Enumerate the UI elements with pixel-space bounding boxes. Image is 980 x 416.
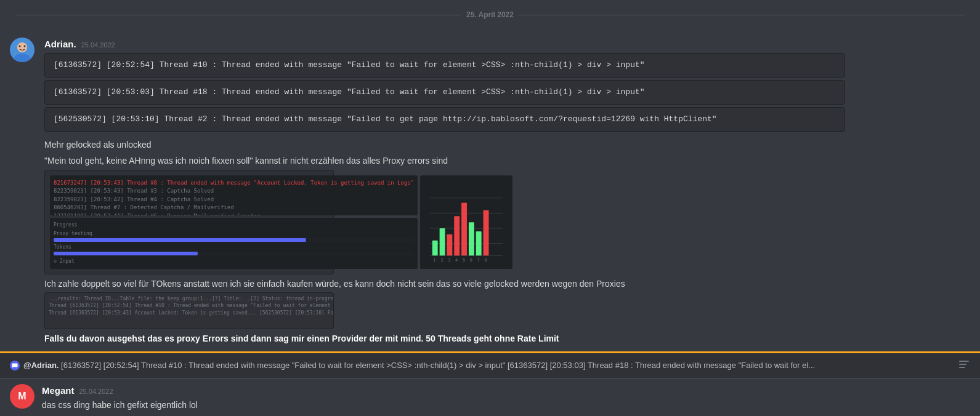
svg-rect-13	[447, 234, 453, 255]
svg-text:7: 7	[477, 258, 480, 262]
svg-text:3: 3	[448, 258, 451, 262]
svg-rect-14	[454, 216, 460, 255]
view-jump-icon[interactable]	[958, 358, 970, 374]
message-content-adrian: Adrian. 25.04.2022 [61363572] [20:52:54]…	[44, 38, 970, 348]
date-divider: 25. April 2022	[0, 5, 980, 25]
discord-icon	[10, 361, 20, 370]
tiny-log-1: Thread [61363572] [20:52:54] Thread #10 …	[49, 302, 330, 309]
progress-fill-1	[54, 252, 198, 255]
progress-input-label: ⊙ Input	[54, 258, 414, 265]
chart-area: 1 2 3 4 5 6 7 8	[420, 175, 512, 269]
log-line-4: 123181190] [20:53:41] Thread #6 : Runnin…	[54, 212, 414, 215]
timestamp-megant: 25.04.2022	[79, 387, 113, 396]
svg-text:5: 5	[463, 258, 465, 262]
svg-rect-27	[959, 361, 969, 362]
svg-rect-17	[476, 231, 482, 255]
username-megant: Megant	[42, 384, 75, 397]
log-line-2: 822359023] [20:53:42] Thread #4 : Captch…	[54, 196, 414, 204]
svg-point-3	[17, 42, 27, 52]
text-mein-tool: "Mein tool geht, keine AHnng was ich noi…	[44, 155, 970, 167]
log-lines-area: 821673247] [20:53:43] Thread #8 : Thread…	[50, 175, 418, 215]
progress-bar-1	[54, 252, 414, 255]
code-block-3: [562530572] [20:53:10] Thread #2 : Threa…	[44, 107, 845, 132]
message-group-adrian: Adrian. 25.04.2022 [61363572] [20:52:54]…	[0, 30, 980, 350]
svg-rect-18	[484, 210, 489, 255]
image-logs-chart: 821673247] [20:53:43] Thread #8 : Thread…	[44, 170, 334, 274]
text-megant-message: das css ding habe ich gefixt eigentlich …	[42, 399, 970, 412]
log-line-3: 860546203] Thread #7 : Detected Captcha …	[54, 204, 414, 212]
svg-point-4	[19, 45, 21, 47]
svg-rect-12	[440, 228, 445, 255]
log-line-1: 822359023] [20:53:43] Thread #3 : Captch…	[54, 187, 414, 196]
username-adrian: Adrian.	[44, 38, 76, 50]
svg-rect-28	[959, 364, 966, 365]
svg-text:8: 8	[485, 258, 487, 262]
message-header-adrian: Adrian. 25.04.2022	[44, 38, 970, 50]
second-image-placeholder: ...results: Thread ID...Table file: the …	[44, 292, 334, 329]
text-falls-du: Falls du davon ausgehst das es proxy Err…	[44, 333, 970, 345]
message-header-megant: Megant 25.04.2022	[42, 384, 970, 397]
code-block-2: [61363572] [20:53:03] Thread #18 : Threa…	[44, 80, 845, 105]
code-block-1: [61363572] [20:52:54] Thread #10 : Threa…	[44, 53, 845, 78]
avatar-megant: M	[10, 384, 34, 409]
text-ich-zahle: Ich zahle doppelt so viel für TOkens ans…	[44, 278, 970, 290]
svg-rect-15	[461, 202, 467, 255]
progress-fill-0	[54, 238, 306, 242]
mention-bar-text: @Adrian. [61363572] [20:52:54] Thread #1…	[23, 360, 815, 371]
progress-item-0: Proxy testing	[54, 230, 414, 237]
svg-text:4: 4	[456, 258, 458, 262]
avatar-adrian	[10, 38, 34, 62]
svg-text:2: 2	[441, 258, 443, 262]
svg-rect-29	[959, 367, 965, 368]
svg-text:1: 1	[434, 258, 436, 262]
svg-point-5	[24, 45, 26, 47]
timestamp-adrian: 25.04.2022	[81, 41, 115, 50]
progress-item-1: Tokens	[54, 244, 414, 250]
tiny-log-2: Thread [61363572] [20:53:43] Account Loc…	[49, 310, 330, 316]
chat-container: 25. April 2022 Adrian. 25.04.2022 [613	[0, 0, 980, 416]
progress-section: Progress Proxy testing Tokens ⊙ Input	[50, 218, 418, 269]
message-content-megant: Megant 25.04.2022 das css ding habe ich …	[42, 384, 970, 414]
text-mehr-gelocked: Mehr gelocked als unlocked	[44, 139, 970, 151]
svg-text:6: 6	[470, 258, 472, 262]
svg-rect-11	[432, 240, 438, 255]
tiny-log-0: ...results: Thread ID...Table file: the …	[49, 295, 330, 302]
log-line-0: 821673247] [20:53:43] Thread #8 : Thread…	[54, 179, 414, 188]
progress-bar-0	[54, 238, 414, 242]
mention-bar[interactable]: @Adrian. [61363572] [20:52:54] Thread #1…	[0, 351, 980, 378]
progress-label: Progress	[54, 222, 414, 228]
message-group-megant: M Megant 25.04.2022 das css ding habe ic…	[0, 378, 980, 416]
svg-rect-16	[469, 222, 474, 255]
